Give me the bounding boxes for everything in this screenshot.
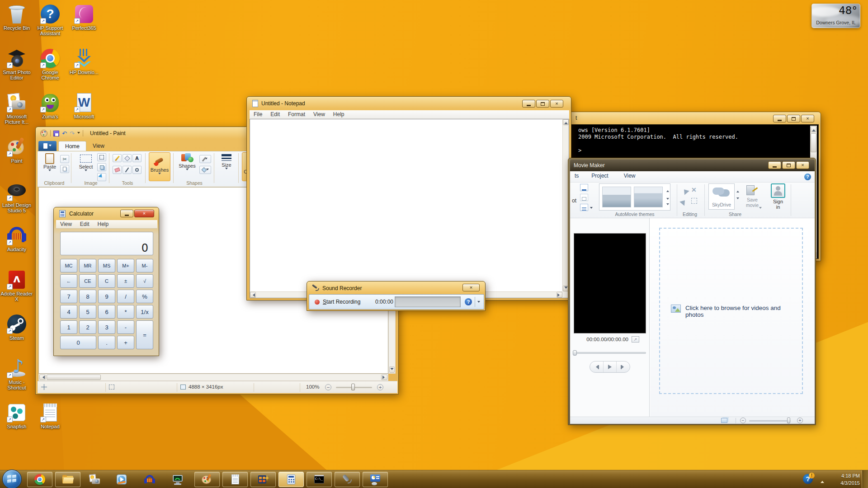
desktop-icon-perfect365[interactable]: ↗ Perfect365 — [67, 4, 101, 31]
next-frame-button[interactable] — [617, 361, 630, 372]
taskbar-cmd[interactable]: C:\_ — [307, 472, 332, 487]
calc-button-mc[interactable]: MC — [60, 259, 77, 272]
brushes-button[interactable]: Brushes — [149, 152, 170, 181]
sign-in-button[interactable] — [771, 183, 785, 198]
start-recording-button[interactable]: Start Recording — [323, 299, 360, 305]
maximize-button[interactable] — [782, 161, 795, 169]
crop-icon[interactable] — [97, 153, 106, 161]
undo-icon[interactable]: ↶ — [62, 130, 67, 137]
calc-button-0[interactable]: 0 — [60, 336, 96, 349]
zoom-in-icon[interactable]: + — [797, 418, 803, 423]
calc-button-multiply[interactable]: * — [117, 305, 134, 319]
show-desktop-button[interactable] — [862, 470, 868, 488]
magnifier-icon[interactable] — [132, 166, 142, 174]
help-icon[interactable]: ? — [804, 174, 811, 180]
paint-tab-home[interactable]: Home — [58, 141, 86, 151]
desktop-icon-smart-photo-editor[interactable]: ↗ Smart Photo Editor — [0, 48, 33, 80]
taskbar-movie-maker[interactable] — [250, 472, 276, 487]
calc-button-equals[interactable]: = — [136, 320, 153, 349]
rotate-left-icon[interactable] — [681, 186, 689, 193]
close-button[interactable]: × — [462, 284, 480, 291]
redo-icon[interactable]: ↷ — [70, 130, 75, 137]
select-icon[interactable] — [691, 198, 697, 204]
calc-button-3[interactable]: 3 — [98, 320, 115, 334]
minimize-button[interactable] — [773, 115, 786, 122]
show-hidden-icons-button[interactable] — [821, 477, 828, 482]
zoom-in-icon[interactable]: + — [377, 384, 383, 390]
calc-button-sqrt[interactable]: √ — [136, 274, 153, 288]
calc-button-c[interactable]: C — [98, 274, 115, 288]
eraser-icon[interactable] — [113, 166, 122, 174]
resize-icon[interactable] — [97, 163, 106, 171]
calc-button-2[interactable]: 2 — [79, 320, 96, 334]
calc-button-5[interactable]: 5 — [79, 305, 96, 319]
scroll-thumb[interactable] — [47, 375, 101, 380]
calc-button-9[interactable]: 9 — [98, 290, 115, 303]
save-movie-label[interactable]: Save movie — [742, 197, 763, 208]
desktop-icon-recycle-bin[interactable]: Recycle Bin — [0, 4, 33, 31]
desktop-icon-notepad[interactable]: ↗ Notepad — [33, 402, 67, 429]
gallery-scroll-up-icon[interactable] — [666, 186, 669, 194]
storyboard-drop-area[interactable]: Click here to browse for videos and phot… — [659, 228, 803, 394]
notepad-text-area[interactable] — [250, 119, 562, 291]
menu-edit[interactable]: Edit — [76, 220, 94, 228]
calc-button-4[interactable]: 4 — [60, 305, 77, 319]
share-scroll-down-icon[interactable] — [736, 194, 739, 202]
desktop-icon-snapfish[interactable]: ↗ Snapfish — [0, 402, 33, 429]
calc-button-mr[interactable]: MR — [79, 259, 96, 272]
caption-button-icon[interactable] — [580, 194, 588, 201]
scroll-up-icon[interactable] — [811, 126, 816, 132]
taskbar-calculator[interactable] — [278, 472, 304, 487]
desktop-icon-steam[interactable]: ↗ Steam — [0, 314, 33, 341]
calc-button-divide[interactable]: / — [117, 290, 134, 303]
calc-button-plusminus[interactable]: ± — [117, 274, 134, 288]
desktop-icon-hp-download[interactable]: ↗ HP Downlo... — [67, 48, 101, 75]
maximize-button[interactable] — [536, 100, 549, 108]
minimize-button[interactable] — [522, 100, 535, 108]
taskbar-media-player[interactable] — [111, 472, 132, 487]
pencil-icon[interactable] — [113, 154, 122, 162]
calc-button-decimal[interactable]: . — [98, 336, 115, 349]
rotate-right-icon[interactable] — [681, 197, 689, 204]
zoom-slider-track[interactable] — [749, 420, 791, 422]
title-button-icon[interactable] — [580, 184, 588, 191]
close-button[interactable]: × — [801, 115, 814, 122]
calc-button-7[interactable]: 7 — [60, 290, 77, 303]
calc-button-m-plus[interactable]: M+ — [117, 259, 134, 272]
menu-help[interactable]: Help — [329, 110, 349, 119]
browse-prompt[interactable]: Click here to browse for videos and phot… — [671, 305, 797, 318]
zoom-out-icon[interactable]: − — [325, 384, 331, 390]
scroll-left-icon[interactable] — [250, 292, 256, 298]
menu-format[interactable]: Format — [284, 110, 309, 119]
taskbar-system-monitor[interactable] — [167, 472, 188, 487]
seek-bar[interactable] — [574, 352, 646, 354]
color-picker-icon[interactable] — [123, 166, 132, 174]
calc-button-percent[interactable]: % — [136, 290, 153, 303]
paint-file-button[interactable] — [38, 141, 57, 151]
menu-view[interactable]: View — [56, 220, 76, 228]
save-movie-icon[interactable] — [745, 184, 759, 196]
fullscreen-icon[interactable]: ↗ — [632, 336, 639, 343]
desktop-icon-zumas[interactable]: ↗ Zuma's — [33, 92, 67, 119]
tray-hp-support-icon[interactable]: ? ! — [803, 473, 815, 485]
calc-button-6[interactable]: 6 — [98, 305, 115, 319]
desktop-icon-music-shortcut[interactable]: ♪ ↗ Music - Shortcut — [0, 358, 33, 390]
menu-help[interactable]: Help — [93, 220, 113, 228]
zoom-slider-thumb[interactable] — [351, 384, 355, 390]
calc-button-minus[interactable]: - — [117, 320, 134, 334]
minimize-button[interactable] — [768, 161, 781, 169]
scroll-thumb[interactable] — [811, 133, 816, 152]
calc-button-plus[interactable]: + — [117, 336, 134, 349]
desktop-icon-google-chrome[interactable]: ↗ Google Chrome — [33, 48, 67, 80]
taskbar-notepad[interactable] — [222, 472, 248, 487]
share-scroll-up-icon[interactable] — [736, 186, 739, 194]
desktop-icon-paint[interactable]: ↗ Paint — [0, 136, 33, 164]
credits-button-icon[interactable] — [580, 204, 588, 211]
chevron-down-icon[interactable] — [477, 301, 480, 304]
qat-dropdown-icon[interactable] — [77, 132, 80, 135]
fill-icon[interactable] — [123, 154, 132, 162]
shape-fill-icon[interactable] — [199, 166, 211, 174]
taskbar-picture-it[interactable] — [84, 472, 105, 487]
tab-clipped[interactable]: ts — [570, 171, 583, 182]
taskbar-paint[interactable] — [194, 472, 220, 487]
